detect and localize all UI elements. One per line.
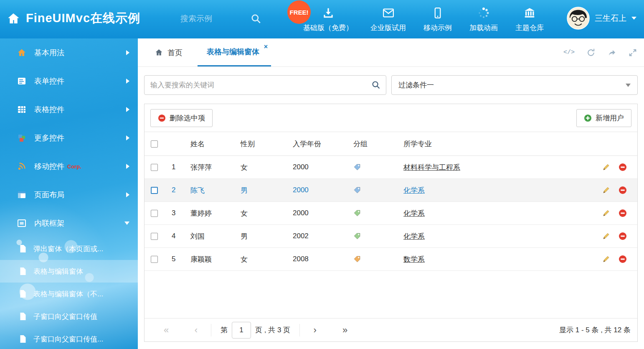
table-row[interactable]: 4 刘国 男 2002 化学系 [145, 225, 637, 248]
nav-item-mobile-demo[interactable]: 移动示例 [423, 7, 452, 33]
delete-icon[interactable] [619, 232, 627, 240]
sidebar-item-more-controls[interactable]: 更多控件 [0, 124, 138, 152]
sidebar-subitem-label: 子窗口向父窗口传值 [33, 312, 97, 321]
chevron-right-icon [126, 50, 129, 55]
delete-icon[interactable] [619, 186, 627, 194]
table-row[interactable]: 5 康颖颖 女 2008 数学系 [145, 248, 637, 271]
grid-search [144, 75, 386, 95]
page-input[interactable] [232, 322, 251, 339]
row-year: 2000 [293, 209, 353, 217]
edit-icon[interactable] [602, 255, 610, 263]
row-checkbox[interactable] [151, 256, 158, 263]
sidebar-subitem-grid-edit-window-2[interactable]: 表格与编辑窗体（不... [0, 283, 138, 305]
button-label: 删除选中项 [170, 113, 205, 123]
search-icon[interactable] [251, 13, 261, 24]
major-link[interactable]: 材料科学与工程系 [403, 163, 460, 171]
last-page-button[interactable]: » [330, 326, 360, 335]
corp-badge: Corp. [67, 163, 81, 170]
row-checkbox[interactable] [151, 187, 158, 194]
fullscreen-icon[interactable] [628, 48, 637, 57]
nav-item-loading-animation[interactable]: 加载动画 [469, 7, 498, 33]
tab-home[interactable]: 首页 [150, 38, 187, 66]
search-icon[interactable] [371, 80, 381, 92]
major-link[interactable]: 化学系 [403, 209, 425, 217]
nav-item-theme-store[interactable]: 主题仓库 [515, 7, 544, 33]
filter-dropdown[interactable]: 过滤条件一 [391, 75, 638, 95]
sidebar-item-basic-usage[interactable]: 基本用法 [0, 38, 138, 67]
delete-selected-button[interactable]: 删除选中项 [150, 109, 213, 127]
grid-search-input[interactable] [144, 75, 386, 95]
sidebar-subitem-label: 子窗口向父窗口传值... [33, 334, 103, 344]
row-checkbox[interactable] [151, 164, 158, 171]
bank-icon [523, 7, 536, 19]
tag-icon [353, 209, 361, 217]
row-checkbox[interactable] [151, 210, 158, 217]
home-icon [155, 48, 163, 57]
grid-toolbar: 删除选中项 新增用户 [145, 104, 637, 132]
major-link[interactable]: 化学系 [403, 232, 425, 240]
tag-icon [353, 232, 361, 240]
row-year: 2008 [293, 255, 353, 263]
delete-icon[interactable] [619, 163, 627, 171]
sidebar-item-form-controls[interactable]: 表单控件 [0, 67, 138, 95]
table-row[interactable]: 1 张萍萍 女 2000 材料科学与工程系 [145, 156, 637, 179]
row-index: 5 [172, 255, 190, 263]
avatar[interactable] [567, 7, 590, 30]
nav-label: 企业版试用 [370, 23, 406, 33]
first-page-button[interactable]: « [151, 326, 181, 335]
add-user-button[interactable]: 新增用户 [576, 109, 631, 127]
user-menu[interactable]: 三生石上 [567, 7, 636, 30]
major-link[interactable]: 化学系 [403, 186, 425, 194]
share-icon[interactable] [607, 48, 616, 57]
delete-icon[interactable] [619, 209, 627, 217]
next-page-button[interactable]: › [300, 326, 330, 335]
sidebar-subitem-popup-window[interactable]: 弹出窗体（本页面或... [0, 237, 138, 260]
sidebar-item-page-layout[interactable]: 页面布局 [0, 181, 138, 209]
app-title: FineUIMvc在线示例 [26, 10, 140, 27]
pager-summary: 显示 1 - 5 条 , 共 12 条 [559, 325, 631, 335]
table-row[interactable]: 3 董婷婷 女 2000 化学系 [145, 202, 637, 225]
sidebar-item-iframe[interactable]: 内联框架 [0, 209, 138, 237]
home-icon[interactable] [7, 12, 20, 25]
page-suffix-label: 页 , 共 3 页 [255, 325, 290, 335]
edit-icon[interactable] [602, 209, 610, 217]
nav-label: 主题仓库 [515, 23, 544, 33]
sidebar-item-grid-controls[interactable]: 表格控件 [0, 95, 138, 124]
prev-page-button[interactable]: ‹ [181, 324, 211, 336]
edit-icon[interactable] [602, 163, 610, 171]
close-icon[interactable]: × [264, 43, 268, 50]
row-checkbox[interactable] [151, 233, 158, 240]
refresh-icon[interactable] [586, 48, 596, 57]
filter-value: 过滤条件一 [398, 80, 434, 90]
row-name: 陈飞 [190, 186, 241, 195]
header-search [180, 12, 261, 26]
chevron-down-icon [626, 84, 631, 87]
grid-panel: 删除选中项 新增用户 姓名 性别 [144, 104, 638, 342]
sidebar-subitem-grid-edit-window[interactable]: 表格与编辑窗体 [0, 260, 138, 283]
sidebar-subitem-child-to-parent-2[interactable]: 子窗口向父窗口传值... [0, 328, 138, 349]
file-icon [18, 335, 28, 343]
chevron-right-icon [126, 107, 129, 112]
page-prefix-label: 第 [221, 325, 228, 335]
delete-icon[interactable] [619, 255, 627, 263]
major-link[interactable]: 数学系 [403, 255, 425, 263]
code-icon[interactable]: </> [563, 49, 575, 56]
row-gender: 女 [241, 255, 293, 264]
pagination-bar: « ‹ 第 页 , 共 3 页 › » 显示 1 - 5 条 , 共 12 条 [145, 318, 637, 341]
row-year: 2000 [293, 163, 353, 171]
edit-icon[interactable] [602, 232, 610, 240]
sidebar-item-mobile-controls[interactable]: 移动控件 Corp. [0, 152, 138, 181]
nav-item-enterprise-trial[interactable]: 企业版试用 [370, 7, 406, 33]
row-name: 董婷婷 [190, 209, 241, 218]
sidebar: 基本用法 表单控件 表格控件 [0, 38, 138, 349]
main-area: 首页 表格与编辑窗体 × </> [138, 38, 644, 349]
sidebar-item-label: 表格控件 [34, 104, 64, 115]
table-row[interactable]: 2 陈飞 男 2000 化学系 [145, 179, 637, 202]
chevron-right-icon [126, 192, 129, 197]
edit-icon[interactable] [602, 186, 610, 194]
logo[interactable]: FineUIMvc在线示例 [7, 10, 140, 27]
select-all-checkbox[interactable] [151, 140, 158, 148]
sidebar-subitem-child-to-parent[interactable]: 子窗口向父窗口传值 [0, 305, 138, 328]
tab-grid-edit-window[interactable]: 表格与编辑窗体 × [198, 38, 271, 66]
header-search-input[interactable] [180, 12, 243, 26]
